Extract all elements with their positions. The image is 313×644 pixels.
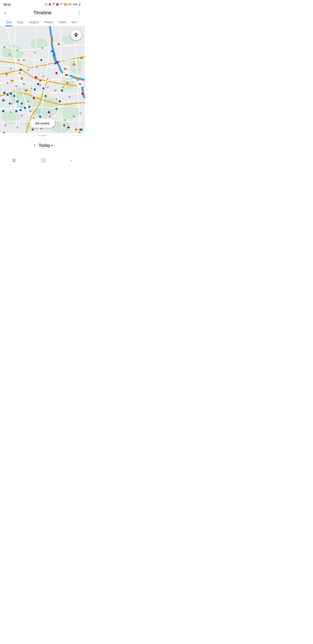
drag-handle-bar [38,135,47,136]
location-icon: 📍 [60,3,63,6]
svg-point-30 [23,83,25,85]
svg-point-46 [73,116,75,118]
svg-point-78 [34,88,36,91]
svg-point-56 [58,43,60,46]
svg-point-29 [15,85,17,87]
wifi-icon: 📶 [64,3,67,6]
svg-point-72 [10,93,12,95]
svg-point-63 [73,63,75,66]
svg-point-94 [39,116,41,118]
svg-point-61 [11,80,13,82]
date-label[interactable]: Today ▾ [39,143,53,148]
svg-point-101 [81,92,84,95]
svg-point-50 [40,128,42,130]
svg-point-89 [54,62,57,64]
map-container[interactable]: 🚗 🛍 [0,26,85,133]
svg-point-57 [5,73,8,76]
svg-point-34 [54,90,56,92]
svg-point-53 [43,76,44,78]
svg-point-71 [6,94,9,96]
svg-point-41 [10,112,12,113]
svg-point-107 [67,126,69,128]
svg-point-70 [3,92,6,94]
svg-point-54 [29,110,31,112]
svg-point-92 [61,90,63,92]
recentre-button[interactable]: Re-centre [30,119,55,128]
svg-point-81 [15,110,17,112]
page-title: Timeline [33,10,51,16]
svg-point-47 [79,112,81,114]
top-bar: ← Timeline ⋮ [0,8,85,18]
svg-point-23 [41,47,43,49]
svg-point-37 [11,103,13,105]
svg-point-43 [33,117,35,119]
tab-trips[interactable]: Trips [14,18,26,26]
svg-point-88 [53,54,55,56]
svg-point-65 [76,77,78,80]
svg-point-99 [34,76,37,79]
home-button[interactable]: ⬜ [36,156,51,164]
status-bar: 10:11 💬 🖼 ⏰ 🔇 📍 📶 LTE 10% 🪫 [0,0,85,8]
battery-icon: 10% [73,3,77,6]
svg-point-49 [16,126,18,128]
svg-point-66 [66,82,69,84]
svg-point-55 [50,38,53,41]
svg-point-42 [21,114,23,116]
svg-point-93 [55,108,58,110]
svg-point-59 [39,80,41,82]
tab-places[interactable]: Places [42,18,56,26]
svg-point-100 [55,72,58,74]
signal-icon: LTE [68,3,72,6]
tab-world[interactable]: Wo... [69,18,81,26]
date-dropdown-arrow: ▾ [51,144,53,148]
svg-point-95 [63,124,65,126]
svg-point-38 [27,100,29,102]
svg-point-91 [40,59,42,61]
tab-day[interactable]: Day [3,18,14,26]
more-options-button[interactable]: ⋮ [77,10,81,16]
svg-point-80 [37,83,39,85]
tab-bar: Day Trips Insights Places Cities Wo... [0,18,85,26]
location-button[interactable] [71,30,81,40]
svg-point-8 [60,104,79,119]
svg-point-77 [21,102,23,105]
svg-point-35 [62,86,64,88]
svg-point-19 [9,54,11,56]
svg-point-40 [68,96,71,98]
svg-point-2 [30,38,48,49]
svg-point-22 [34,52,36,54]
svg-point-60 [20,77,23,80]
svg-point-73 [13,95,15,97]
svg-point-39 [56,98,58,100]
svg-point-45 [64,119,66,121]
recent-apps-button[interactable]: ||| [7,156,21,164]
svg-point-106 [48,111,50,114]
svg-point-103 [80,128,83,131]
tab-cities[interactable]: Cities [56,18,69,26]
svg-point-102 [2,110,4,112]
svg-point-26 [27,69,29,71]
svg-point-79 [42,87,44,90]
svg-point-52 [17,59,19,61]
tab-insights[interactable]: Insights [26,18,42,26]
messenger-icon: 💬 [45,3,48,6]
svg-point-85 [59,100,61,103]
svg-point-25 [18,72,21,74]
prev-date-button[interactable]: ‹ [32,141,37,150]
svg-point-31 [31,88,33,90]
mute-icon: 🔇 [56,3,59,6]
battery-visual: 🪫 [78,3,81,6]
svg-point-27 [36,66,38,68]
status-time: 10:11 [3,3,11,6]
svg-point-48 [4,124,6,126]
svg-point-98 [31,128,34,131]
alarm-icon: ⏰ [52,3,55,6]
system-back-button[interactable]: ‹ [66,156,77,164]
back-button[interactable]: ← [3,10,8,16]
svg-text:🚗: 🚗 [64,72,68,76]
svg-point-105 [33,97,35,99]
gallery-icon: 🖼 [49,3,51,6]
svg-point-32 [39,84,41,86]
svg-point-20 [16,50,18,51]
svg-point-33 [47,86,49,88]
